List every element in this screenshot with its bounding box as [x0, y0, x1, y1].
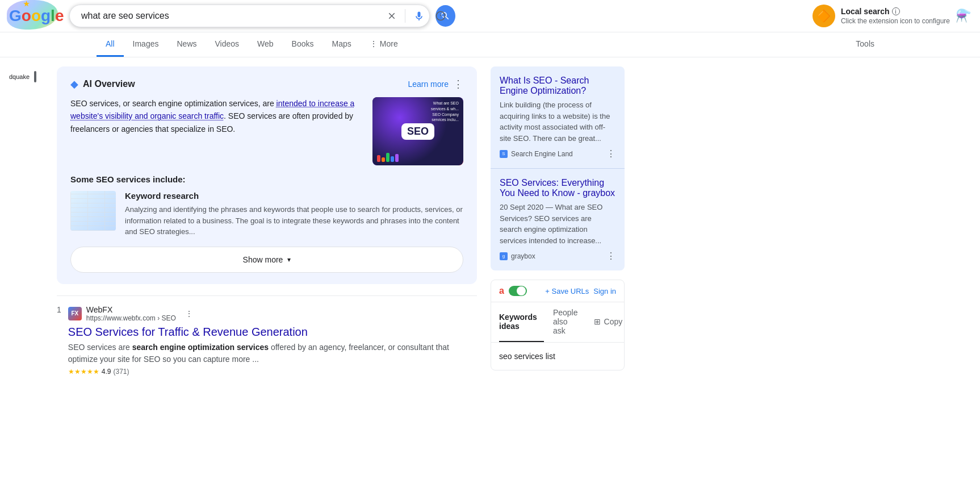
- right-panel-inner: What Is SEO - Search Engine Optimization…: [477, 66, 625, 370]
- main-content: dquake ◆ AI Overview Learn more ⋮: [0, 57, 980, 396]
- ext-tabs: Keywords ideas People also ask ⊞ Copy: [491, 302, 624, 343]
- logo-star: ★: [23, 0, 30, 8]
- ai-body: SEO services, or search engine optimizat…: [70, 97, 463, 165]
- ext-toggle[interactable]: [509, 286, 527, 296]
- star-icons: ★★★★★: [68, 368, 99, 376]
- ai-diamond-icon: ◆: [70, 78, 78, 90]
- ai-intro-text: SEO services, or search engine optimizat…: [70, 97, 361, 135]
- local-search-desc: Click the extension icon to configure: [841, 17, 950, 25]
- search-bar: what are seo services: [69, 5, 455, 27]
- tab-books[interactable]: Books: [283, 32, 323, 57]
- show-more-button[interactable]: Show more ▾: [70, 247, 463, 273]
- ext-logo-icon: a: [499, 286, 504, 296]
- blue-card-2-title[interactable]: SEO Services: Everything You Need to Kno…: [500, 178, 615, 198]
- ai-title-row: ◆ AI Overview: [70, 78, 135, 90]
- ai-image-subtext: What are SEOservices & wh...SEO Companys…: [431, 101, 459, 123]
- ext-save-urls-button[interactable]: + Save URLs: [545, 287, 589, 295]
- logo-e: e: [55, 7, 64, 25]
- blue-card-1: What Is SEO - Search Engine Optimization…: [491, 66, 625, 169]
- logo-l: l: [51, 7, 55, 25]
- ext-tab-copy[interactable]: ⊞ Copy: [594, 302, 625, 342]
- blue-card-1-source: S Search Engine Land ⋮: [500, 148, 615, 159]
- service-item-keyword-research: Keyword research Analyzing and identifyi…: [70, 191, 463, 238]
- voice-search-button[interactable]: [411, 8, 427, 24]
- site-info: WebFX https://www.webfx.com › SEO: [86, 305, 176, 322]
- result-number: 1: [57, 305, 61, 314]
- results-area: ◆ AI Overview Learn more ⋮ SEO services,…: [45, 66, 477, 387]
- seo-services-section: Some SEO services include: Keyword resea…: [70, 174, 463, 238]
- tab-tools[interactable]: Tools: [847, 32, 883, 57]
- tab-images[interactable]: Images: [124, 32, 168, 57]
- ai-overview-menu[interactable]: ⋮: [453, 78, 463, 90]
- clear-search-button[interactable]: [384, 9, 399, 23]
- source-name-2: graybox: [511, 252, 535, 260]
- learn-more-row: Learn more ⋮: [408, 78, 463, 90]
- ai-image-label: SEO: [407, 126, 429, 137]
- lens-button[interactable]: [433, 8, 449, 24]
- review-count: (371): [113, 368, 129, 376]
- ai-image[interactable]: SEO What are SEOservices & wh...SEO Comp…: [372, 97, 463, 165]
- flask-icon: ⚗️: [956, 9, 971, 23]
- header: G o ★ o g l e what are seo services: [0, 0, 980, 32]
- service-thumb: [70, 191, 116, 231]
- source-favicon-2: g: [500, 252, 508, 260]
- result-desc: SEO services are search engine optimizat…: [68, 341, 477, 365]
- search-input[interactable]: what are seo services: [69, 5, 430, 27]
- blue-card-1-desc: Link building (the process of acquiring …: [500, 99, 615, 144]
- ai-text-col: SEO services, or search engine optimizat…: [70, 97, 361, 165]
- service-content: Keyword research Analyzing and identifyi…: [125, 191, 463, 238]
- tab-maps[interactable]: Maps: [323, 32, 361, 57]
- site-icon: FX: [68, 307, 82, 320]
- google-logo[interactable]: G o ★ o g l e: [9, 5, 60, 27]
- service-title: Keyword research: [125, 191, 463, 201]
- learn-more-link[interactable]: Learn more: [408, 80, 449, 89]
- card-menu-1[interactable]: ⋮: [606, 148, 615, 159]
- search-result-1: 1 FX WebFX https://www.webfx.com › SEO ⋮…: [57, 305, 477, 376]
- blue-card-2-desc: 20 Sept 2020 — What are SEO Services? SE…: [500, 202, 615, 246]
- logo-o2: o: [31, 7, 41, 25]
- tab-more[interactable]: ⋮ More: [361, 32, 407, 57]
- result-menu-icon[interactable]: ⋮: [185, 309, 193, 318]
- ext-sign-in-button[interactable]: Sign in: [593, 287, 616, 295]
- chevron-down-icon: ▾: [287, 256, 291, 264]
- ext-widget: a + Save URLs Sign in Keywords ideas Peo…: [491, 280, 625, 370]
- tab-web[interactable]: Web: [248, 32, 283, 57]
- ext-tab-keywords[interactable]: Keywords ideas: [499, 302, 544, 342]
- result-header: FX WebFX https://www.webfx.com › SEO ⋮: [68, 305, 477, 322]
- site-name: WebFX: [86, 305, 176, 314]
- result-row: 1 FX WebFX https://www.webfx.com › SEO ⋮…: [57, 305, 477, 376]
- info-icon: i: [892, 7, 900, 15]
- sidebar-toggle-row: dquake: [0, 66, 45, 87]
- ai-overview: ◆ AI Overview Learn more ⋮ SEO services,…: [57, 66, 477, 284]
- seo-services-title: Some SEO services include:: [70, 174, 463, 184]
- logo-g2: g: [41, 7, 51, 25]
- copy-icon: ⊞: [594, 317, 601, 326]
- ext-toggle-knob: [517, 286, 526, 295]
- blue-card-2-source: g graybox ⋮: [500, 251, 615, 261]
- blue-card-1-title[interactable]: What Is SEO - Search Engine Optimization…: [500, 76, 615, 96]
- sidebar-toggle[interactable]: [34, 71, 36, 82]
- tab-all[interactable]: All: [97, 32, 124, 57]
- stars-row: ★★★★★ 4.9 (371): [68, 368, 477, 376]
- result-title-link[interactable]: SEO Services for Traffic & Revenue Gener…: [68, 326, 308, 338]
- extension-area: 🔶 Local search i Click the extension ico…: [813, 5, 971, 27]
- left-sidebar: dquake: [0, 66, 45, 387]
- blue-card-2: SEO Services: Everything You Need to Kno…: [491, 169, 625, 270]
- ai-overview-header: ◆ AI Overview Learn more ⋮: [70, 78, 463, 90]
- extension-info: Local search i Click the extension icon …: [841, 7, 950, 25]
- source-favicon-1: S: [500, 150, 508, 158]
- card-menu-2[interactable]: ⋮: [606, 251, 615, 261]
- tab-news[interactable]: News: [167, 32, 206, 57]
- ai-overview-title: AI Overview: [83, 79, 135, 89]
- ext-widget-header: a + Save URLs Sign in: [491, 280, 624, 302]
- logo-g: G: [9, 7, 22, 25]
- rating-value: 4.9: [102, 368, 111, 376]
- nav-tabs: All Images News Videos Web Books Maps ⋮ …: [0, 32, 980, 57]
- right-panel: What Is SEO - Search Engine Optimization…: [477, 66, 625, 387]
- tab-videos[interactable]: Videos: [206, 32, 249, 57]
- ext-keyword-item-1[interactable]: seo services list: [499, 349, 616, 363]
- local-search-title: Local search: [841, 7, 890, 16]
- show-more-label: Show more: [243, 255, 283, 264]
- ext-tab-people[interactable]: People also ask: [553, 302, 585, 342]
- extension-icon[interactable]: 🔶: [813, 5, 835, 27]
